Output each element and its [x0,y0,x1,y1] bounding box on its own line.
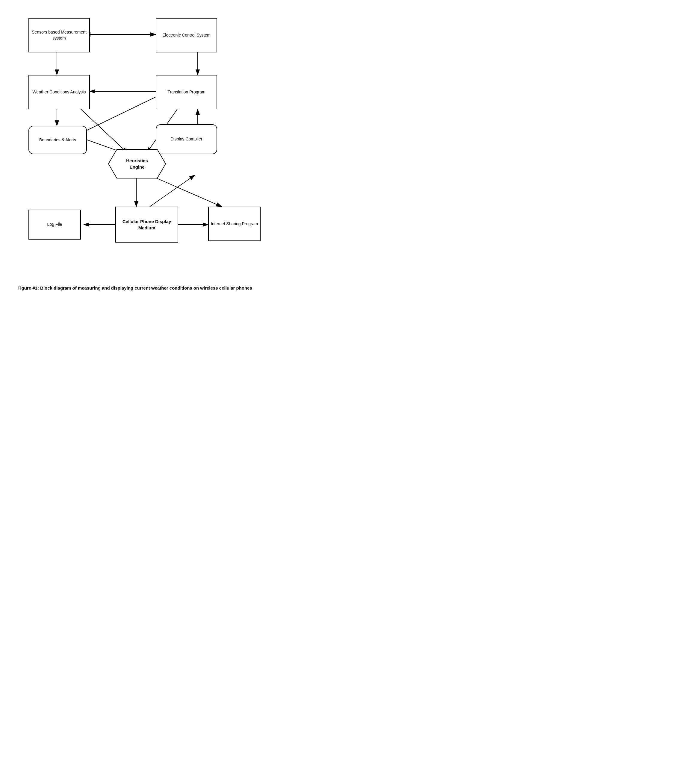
internet-box: Internet Sharing Program [208,207,261,241]
svg-line-13 [150,175,195,207]
weather-analysis-box: Weather Conditions Analysis [28,75,90,109]
cellular-label: Cellular Phone Display Medium [116,218,178,231]
heuristics-box: HeuristicsEngine [108,149,166,179]
electronic-control-box: Electronic Control System [156,18,217,52]
electronic-control-label: Electronic Control System [162,32,211,38]
translation-label: Translation Program [167,89,205,95]
svg-line-12 [150,175,222,207]
cellular-box: Cellular Phone Display Medium [115,207,178,242]
internet-label: Internet Sharing Program [211,221,258,227]
log-file-box: Log File [28,209,81,240]
boundaries-label: Boundaries & Alerts [39,137,76,143]
figure-caption: Figure #1: Block diagram of measuring an… [9,285,261,292]
display-compiler-label: Display Compiler [171,136,203,142]
log-file-label: Log File [47,222,62,227]
heuristics-label: HeuristicsEngine [126,157,148,170]
boundaries-box: Boundaries & Alerts [28,126,87,154]
translation-box: Translation Program [156,75,217,109]
sensors-label: Sensors based Measurement system [29,29,89,41]
sensors-box: Sensors based Measurement system [28,18,90,52]
diagram: Sensors based Measurement system Electro… [9,9,261,278]
weather-analysis-label: Weather Conditions Analysis [33,89,86,95]
